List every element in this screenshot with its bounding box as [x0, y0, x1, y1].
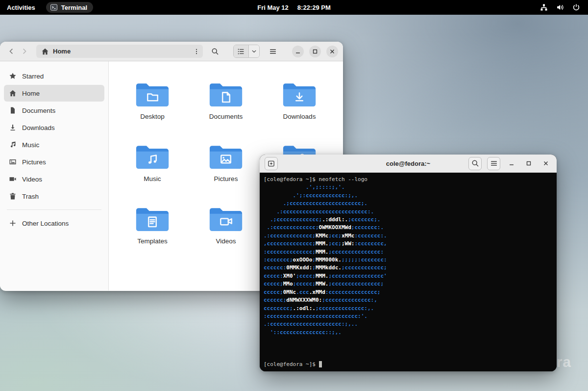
folder-item-desktop[interactable]: Desktop [125, 81, 179, 120]
current-location-label: Home [53, 48, 189, 55]
files-menu-button[interactable] [267, 45, 279, 58]
location-menu-button[interactable] [193, 48, 200, 55]
folder-item-pictures[interactable]: Pictures [199, 143, 253, 182]
sidebar-item-label: Videos [22, 176, 42, 183]
activities-button[interactable]: Activities [0, 0, 42, 15]
focused-app-indicator[interactable]: Terminal [46, 2, 93, 13]
search-button[interactable] [209, 45, 221, 58]
folder-label: Pictures [214, 175, 238, 182]
folder-icon [208, 81, 244, 109]
list-view-toggle-button[interactable] [234, 45, 248, 57]
terminal-minimize-button[interactable] [506, 157, 517, 169]
sidebar-item-label: Starred [22, 73, 44, 80]
volume-icon [556, 3, 564, 11]
view-switcher [233, 45, 260, 58]
folder-item-downloads[interactable]: Downloads [272, 81, 326, 120]
sidebar-item-label: Other Locations [22, 220, 69, 227]
folder-label: Templates [137, 237, 168, 245]
sidebar-item-home[interactable]: Home [4, 85, 104, 102]
terminal-screen[interactable]: [cole@fedora ~]$ neofetch --logo .',;:::… [260, 173, 557, 371]
network-icon [540, 3, 548, 11]
files-maximize-button[interactable] [309, 46, 321, 57]
home-icon [41, 48, 49, 55]
sidebar-item-videos[interactable]: Videos [4, 171, 104, 187]
sidebar-item-documents[interactable]: Documents [4, 102, 104, 119]
files-sidebar: StarredHomeDocumentsDownloadsMusicPictur… [0, 61, 109, 290]
folder-item-videos[interactable]: Videos [199, 206, 253, 245]
sidebar-item-label: Documents [22, 107, 55, 114]
clock[interactable]: Fri May 12 8:22:29 PM [257, 0, 331, 15]
sidebar-item-label: Trash [22, 193, 39, 200]
sidebar-item-other-locations[interactable]: Other Locations [4, 215, 104, 232]
top-bar: Activities Terminal Fri May 12 8:22:29 P… [0, 0, 588, 15]
files-sidebar-list: StarredHomeDocumentsDownloadsMusicPictur… [0, 68, 108, 205]
folder-label: Downloads [283, 113, 316, 120]
sidebar-item-downloads[interactable]: Downloads [4, 119, 104, 136]
folder-label: Videos [216, 237, 236, 245]
music-icon [9, 141, 17, 149]
sidebar-item-label: Home [22, 90, 40, 97]
folder-label: Documents [209, 113, 243, 120]
download-icon [9, 124, 17, 131]
clock-time: 8:22:29 PM [297, 4, 331, 11]
folder-item-music[interactable]: Music [125, 143, 179, 182]
folder-label: Desktop [140, 113, 165, 120]
terminal-output[interactable]: [cole@fedora ~]$ neofetch --logo .',;:::… [264, 176, 553, 369]
folder-label: Music [144, 175, 161, 182]
document-icon [9, 106, 17, 114]
focused-app-name: Terminal [61, 4, 87, 11]
sidebar-item-label: Pictures [22, 158, 46, 166]
folder-item-documents[interactable]: Documents [199, 81, 253, 120]
sidebar-item-starred[interactable]: Starred [4, 68, 104, 84]
terminal-maximize-button[interactable] [523, 157, 535, 169]
forward-button[interactable] [18, 45, 30, 58]
files-close-button[interactable] [326, 46, 338, 57]
videos-icon [9, 175, 17, 183]
power-icon [572, 3, 580, 11]
terminal-search-button[interactable] [468, 157, 482, 170]
folder-icon [282, 81, 317, 109]
terminal-headerbar: cole@fedora:~ [260, 155, 557, 173]
terminal-app-icon [50, 3, 58, 11]
terminal-menu-button[interactable] [487, 157, 500, 170]
trash-icon [9, 192, 17, 200]
folder-icon [135, 206, 170, 234]
sidebar-item-trash[interactable]: Trash [4, 188, 104, 205]
view-options-button[interactable] [248, 45, 259, 57]
folder-icon [135, 143, 170, 171]
plus-icon [9, 219, 17, 227]
system-status-area[interactable] [540, 3, 588, 11]
sidebar-item-pictures[interactable]: Pictures [4, 154, 104, 170]
pictures-icon [9, 158, 17, 166]
files-minimize-button[interactable] [292, 46, 304, 57]
folder-item-templates[interactable]: Templates [125, 206, 179, 245]
new-tab-button[interactable] [265, 157, 278, 170]
clock-date: Fri May 12 [257, 4, 289, 11]
sidebar-item-music[interactable]: Music [4, 136, 104, 153]
sidebar-item-label: Music [22, 141, 39, 149]
files-headerbar: Home [0, 42, 343, 61]
folder-icon [135, 81, 170, 109]
sidebar-item-label: Downloads [22, 124, 55, 131]
folder-icon [208, 206, 244, 234]
terminal-close-button[interactable] [540, 157, 552, 169]
home-icon [9, 89, 17, 97]
folder-icon [208, 143, 244, 171]
sidebar-separator [7, 209, 101, 210]
star-icon [9, 72, 17, 80]
terminal-window: cole@fedora:~ [cole@fedora ~]$ neofetch … [260, 155, 557, 371]
terminal-cursor [319, 361, 322, 367]
back-button[interactable] [5, 45, 18, 58]
path-bar[interactable]: Home [36, 45, 203, 58]
